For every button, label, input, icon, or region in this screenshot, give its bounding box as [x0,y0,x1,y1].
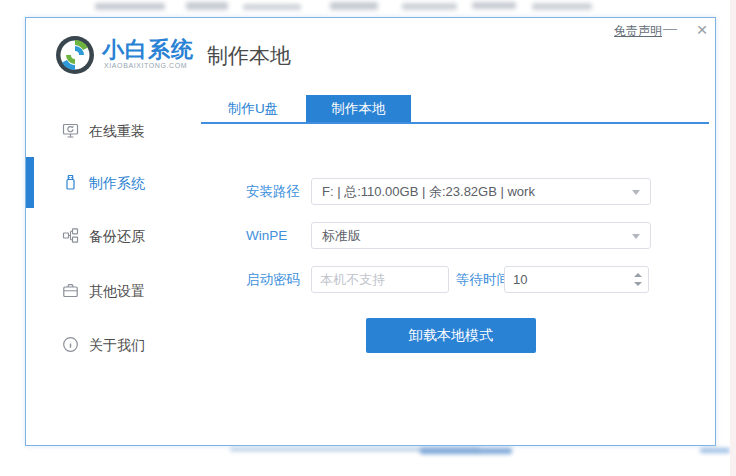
boot-password-input[interactable] [311,266,449,293]
sidebar-item-label: 制作系统 [89,171,145,195]
stepper-up-icon[interactable] [634,273,642,277]
background-smudge [186,2,228,10]
tab-underline [201,122,709,124]
app-logo-icon [53,33,97,77]
sidebar-item-label: 关于我们 [89,333,145,357]
winpe-value: 标准版 [322,223,361,248]
page-title: 制作本地 [207,42,291,70]
boot-password-label: 启动密码 [246,266,300,293]
sidebar-item-online-reinstall[interactable]: 在线重装 [62,119,192,143]
chevron-down-icon [632,234,640,239]
chevron-down-icon [632,190,640,195]
winpe-select[interactable]: 标准版 [311,222,651,249]
stepper-down-icon[interactable] [634,282,642,286]
background-smudge [402,3,457,10]
close-button[interactable]: × [690,18,714,42]
brand-domain: XIAOBAIXITONG.COM [104,62,187,69]
usb-drive-icon [62,174,79,191]
background-smudge [420,448,512,454]
install-path-value: F: | 总:110.00GB | 余:23.82GB | work [322,179,535,204]
background-smudge [700,448,730,453]
sidebar-item-about-us[interactable]: 关于我们 [62,333,192,357]
briefcase-icon [62,282,79,299]
info-icon [62,336,79,353]
winpe-label: WinPE [246,222,287,249]
sidebar-item-label: 在线重装 [89,119,145,143]
wait-time-label: 等待时间 [456,266,510,293]
tab-make-local[interactable]: 制作本地 [306,95,411,123]
sidebar-active-indicator [26,157,34,208]
wait-time-input[interactable] [504,266,649,293]
sidebar-item-backup-restore[interactable]: 备份还原 [62,224,192,248]
background-smudge [330,2,378,10]
app-window: 免责声明 — × 小白系统 XIAOBAIXITONG.COM 制作本地 在线重… [25,17,716,446]
disclaimer-link[interactable]: 免责声明 [614,23,662,40]
minimize-button[interactable]: — [660,18,680,40]
backup-restore-icon [62,227,79,244]
background-edge-tint [730,0,736,476]
background-smudge [95,3,165,10]
number-stepper[interactable] [633,272,643,287]
uninstall-local-mode-button[interactable]: 卸载本地模式 [366,318,536,353]
sidebar-item-other-settings[interactable]: 其他设置 [62,279,192,303]
sidebar-item-make-system[interactable]: 制作系统 [62,171,192,195]
brand-name: 小白系统 [102,35,194,65]
install-path-label: 安装路径 [246,178,300,205]
sidebar-item-label: 备份还原 [89,224,145,248]
background-smudge [532,3,592,10]
tab-make-usb[interactable]: 制作U盘 [218,95,288,123]
monitor-reinstall-icon [62,122,79,139]
background-smudge [472,2,516,9]
sidebar-item-label: 其他设置 [89,279,145,303]
background-smudge [243,4,301,10]
install-path-select[interactable]: F: | 总:110.00GB | 余:23.82GB | work [311,178,651,205]
